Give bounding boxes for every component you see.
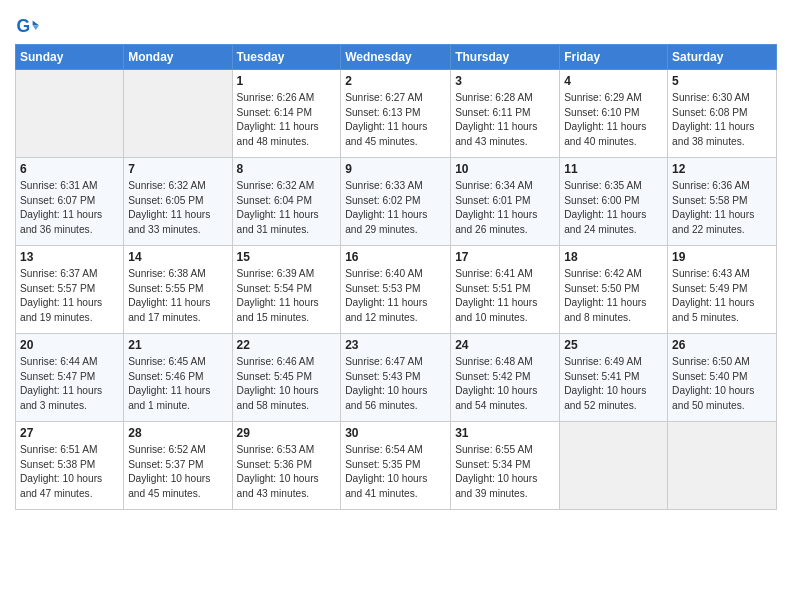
- weekday-header-saturday: Saturday: [668, 45, 777, 70]
- day-info: Sunrise: 6:46 AM Sunset: 5:45 PM Dayligh…: [237, 355, 337, 414]
- day-cell: 5Sunrise: 6:30 AM Sunset: 6:08 PM Daylig…: [668, 70, 777, 158]
- day-cell: 21Sunrise: 6:45 AM Sunset: 5:46 PM Dayli…: [124, 334, 232, 422]
- day-cell: 11Sunrise: 6:35 AM Sunset: 6:00 PM Dayli…: [560, 158, 668, 246]
- day-info: Sunrise: 6:45 AM Sunset: 5:46 PM Dayligh…: [128, 355, 227, 414]
- day-cell: 9Sunrise: 6:33 AM Sunset: 6:02 PM Daylig…: [341, 158, 451, 246]
- day-info: Sunrise: 6:37 AM Sunset: 5:57 PM Dayligh…: [20, 267, 119, 326]
- day-number: 11: [564, 161, 663, 178]
- day-number: 14: [128, 249, 227, 266]
- day-cell: [560, 422, 668, 510]
- day-number: 18: [564, 249, 663, 266]
- day-number: 6: [20, 161, 119, 178]
- day-info: Sunrise: 6:53 AM Sunset: 5:36 PM Dayligh…: [237, 443, 337, 502]
- week-row-5: 27Sunrise: 6:51 AM Sunset: 5:38 PM Dayli…: [16, 422, 777, 510]
- day-number: 19: [672, 249, 772, 266]
- day-info: Sunrise: 6:51 AM Sunset: 5:38 PM Dayligh…: [20, 443, 119, 502]
- day-cell: 1Sunrise: 6:26 AM Sunset: 6:14 PM Daylig…: [232, 70, 341, 158]
- day-info: Sunrise: 6:42 AM Sunset: 5:50 PM Dayligh…: [564, 267, 663, 326]
- day-cell: 14Sunrise: 6:38 AM Sunset: 5:55 PM Dayli…: [124, 246, 232, 334]
- day-number: 5: [672, 73, 772, 90]
- weekday-header-tuesday: Tuesday: [232, 45, 341, 70]
- day-cell: 2Sunrise: 6:27 AM Sunset: 6:13 PM Daylig…: [341, 70, 451, 158]
- day-cell: 28Sunrise: 6:52 AM Sunset: 5:37 PM Dayli…: [124, 422, 232, 510]
- day-number: 22: [237, 337, 337, 354]
- day-cell: 27Sunrise: 6:51 AM Sunset: 5:38 PM Dayli…: [16, 422, 124, 510]
- day-cell: 22Sunrise: 6:46 AM Sunset: 5:45 PM Dayli…: [232, 334, 341, 422]
- day-info: Sunrise: 6:32 AM Sunset: 6:04 PM Dayligh…: [237, 179, 337, 238]
- day-info: Sunrise: 6:27 AM Sunset: 6:13 PM Dayligh…: [345, 91, 446, 150]
- day-cell: [16, 70, 124, 158]
- day-info: Sunrise: 6:55 AM Sunset: 5:34 PM Dayligh…: [455, 443, 555, 502]
- day-cell: 24Sunrise: 6:48 AM Sunset: 5:42 PM Dayli…: [451, 334, 560, 422]
- day-cell: 15Sunrise: 6:39 AM Sunset: 5:54 PM Dayli…: [232, 246, 341, 334]
- day-cell: [124, 70, 232, 158]
- week-row-1: 1Sunrise: 6:26 AM Sunset: 6:14 PM Daylig…: [16, 70, 777, 158]
- day-number: 3: [455, 73, 555, 90]
- day-info: Sunrise: 6:28 AM Sunset: 6:11 PM Dayligh…: [455, 91, 555, 150]
- day-cell: 8Sunrise: 6:32 AM Sunset: 6:04 PM Daylig…: [232, 158, 341, 246]
- day-number: 9: [345, 161, 446, 178]
- calendar-body: 1Sunrise: 6:26 AM Sunset: 6:14 PM Daylig…: [16, 70, 777, 510]
- week-row-3: 13Sunrise: 6:37 AM Sunset: 5:57 PM Dayli…: [16, 246, 777, 334]
- svg-marker-1: [33, 20, 39, 25]
- day-cell: [668, 422, 777, 510]
- day-number: 31: [455, 425, 555, 442]
- day-cell: 25Sunrise: 6:49 AM Sunset: 5:41 PM Dayli…: [560, 334, 668, 422]
- day-number: 21: [128, 337, 227, 354]
- day-info: Sunrise: 6:31 AM Sunset: 6:07 PM Dayligh…: [20, 179, 119, 238]
- day-info: Sunrise: 6:54 AM Sunset: 5:35 PM Dayligh…: [345, 443, 446, 502]
- week-row-4: 20Sunrise: 6:44 AM Sunset: 5:47 PM Dayli…: [16, 334, 777, 422]
- day-info: Sunrise: 6:49 AM Sunset: 5:41 PM Dayligh…: [564, 355, 663, 414]
- day-info: Sunrise: 6:41 AM Sunset: 5:51 PM Dayligh…: [455, 267, 555, 326]
- day-cell: 20Sunrise: 6:44 AM Sunset: 5:47 PM Dayli…: [16, 334, 124, 422]
- day-cell: 3Sunrise: 6:28 AM Sunset: 6:11 PM Daylig…: [451, 70, 560, 158]
- day-info: Sunrise: 6:29 AM Sunset: 6:10 PM Dayligh…: [564, 91, 663, 150]
- day-cell: 29Sunrise: 6:53 AM Sunset: 5:36 PM Dayli…: [232, 422, 341, 510]
- day-cell: 30Sunrise: 6:54 AM Sunset: 5:35 PM Dayli…: [341, 422, 451, 510]
- day-number: 15: [237, 249, 337, 266]
- day-info: Sunrise: 6:38 AM Sunset: 5:55 PM Dayligh…: [128, 267, 227, 326]
- weekday-row: SundayMondayTuesdayWednesdayThursdayFrid…: [16, 45, 777, 70]
- day-number: 30: [345, 425, 446, 442]
- weekday-header-sunday: Sunday: [16, 45, 124, 70]
- day-number: 29: [237, 425, 337, 442]
- day-number: 27: [20, 425, 119, 442]
- header: G: [15, 10, 777, 38]
- day-cell: 4Sunrise: 6:29 AM Sunset: 6:10 PM Daylig…: [560, 70, 668, 158]
- day-cell: 7Sunrise: 6:32 AM Sunset: 6:05 PM Daylig…: [124, 158, 232, 246]
- day-info: Sunrise: 6:30 AM Sunset: 6:08 PM Dayligh…: [672, 91, 772, 150]
- day-cell: 18Sunrise: 6:42 AM Sunset: 5:50 PM Dayli…: [560, 246, 668, 334]
- day-cell: 17Sunrise: 6:41 AM Sunset: 5:51 PM Dayli…: [451, 246, 560, 334]
- day-number: 16: [345, 249, 446, 266]
- weekday-header-thursday: Thursday: [451, 45, 560, 70]
- day-cell: 31Sunrise: 6:55 AM Sunset: 5:34 PM Dayli…: [451, 422, 560, 510]
- day-cell: 6Sunrise: 6:31 AM Sunset: 6:07 PM Daylig…: [16, 158, 124, 246]
- day-info: Sunrise: 6:50 AM Sunset: 5:40 PM Dayligh…: [672, 355, 772, 414]
- weekday-header-monday: Monday: [124, 45, 232, 70]
- day-info: Sunrise: 6:36 AM Sunset: 5:58 PM Dayligh…: [672, 179, 772, 238]
- logo-icon: G: [15, 14, 39, 38]
- day-number: 17: [455, 249, 555, 266]
- day-number: 12: [672, 161, 772, 178]
- day-info: Sunrise: 6:32 AM Sunset: 6:05 PM Dayligh…: [128, 179, 227, 238]
- day-cell: 19Sunrise: 6:43 AM Sunset: 5:49 PM Dayli…: [668, 246, 777, 334]
- day-info: Sunrise: 6:26 AM Sunset: 6:14 PM Dayligh…: [237, 91, 337, 150]
- day-number: 7: [128, 161, 227, 178]
- day-cell: 16Sunrise: 6:40 AM Sunset: 5:53 PM Dayli…: [341, 246, 451, 334]
- day-number: 28: [128, 425, 227, 442]
- svg-text:G: G: [17, 16, 31, 36]
- calendar: SundayMondayTuesdayWednesdayThursdayFrid…: [15, 44, 777, 510]
- day-info: Sunrise: 6:34 AM Sunset: 6:01 PM Dayligh…: [455, 179, 555, 238]
- logo: G: [15, 14, 43, 38]
- svg-marker-2: [33, 25, 39, 30]
- day-info: Sunrise: 6:48 AM Sunset: 5:42 PM Dayligh…: [455, 355, 555, 414]
- page: G SundayMondayTuesdayWednesdayThursdayFr…: [0, 0, 792, 612]
- day-info: Sunrise: 6:44 AM Sunset: 5:47 PM Dayligh…: [20, 355, 119, 414]
- day-info: Sunrise: 6:39 AM Sunset: 5:54 PM Dayligh…: [237, 267, 337, 326]
- day-cell: 26Sunrise: 6:50 AM Sunset: 5:40 PM Dayli…: [668, 334, 777, 422]
- day-info: Sunrise: 6:35 AM Sunset: 6:00 PM Dayligh…: [564, 179, 663, 238]
- day-number: 10: [455, 161, 555, 178]
- day-number: 4: [564, 73, 663, 90]
- day-number: 1: [237, 73, 337, 90]
- day-info: Sunrise: 6:52 AM Sunset: 5:37 PM Dayligh…: [128, 443, 227, 502]
